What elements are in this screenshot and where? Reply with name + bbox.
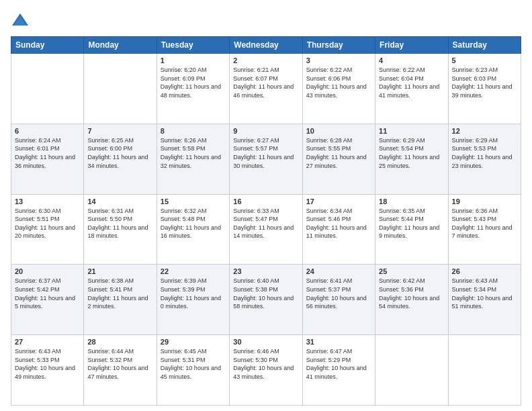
table-cell: 21Sunrise: 6:38 AM Sunset: 5:41 PM Dayli… [84, 265, 157, 335]
header [11, 11, 521, 30]
table-cell: 10Sunrise: 6:28 AM Sunset: 5:55 PM Dayli… [302, 124, 375, 194]
cell-content: Sunrise: 6:44 AM Sunset: 5:32 PM Dayligh… [87, 347, 152, 381]
table-cell: 9Sunrise: 6:27 AM Sunset: 5:57 PM Daylig… [230, 124, 302, 194]
table-cell: 22Sunrise: 6:39 AM Sunset: 5:39 PM Dayli… [157, 265, 229, 335]
table-cell [11, 54, 84, 124]
header-day-thursday: Thursday [302, 37, 375, 54]
cell-content: Sunrise: 6:28 AM Sunset: 5:55 PM Dayligh… [306, 136, 371, 170]
table-cell: 1Sunrise: 6:20 AM Sunset: 6:09 PM Daylig… [157, 54, 229, 124]
day-number: 25 [379, 267, 444, 275]
table-cell: 13Sunrise: 6:30 AM Sunset: 5:51 PM Dayli… [11, 194, 84, 265]
table-cell: 20Sunrise: 6:37 AM Sunset: 5:42 PM Dayli… [11, 265, 84, 335]
cell-content: Sunrise: 6:40 AM Sunset: 5:38 PM Dayligh… [233, 277, 298, 310]
cell-content: Sunrise: 6:23 AM Sunset: 6:03 PM Dayligh… [452, 66, 517, 99]
logo-icon [11, 11, 30, 30]
day-number: 30 [233, 338, 298, 346]
table-cell: 19Sunrise: 6:36 AM Sunset: 5:43 PM Dayli… [448, 194, 521, 265]
table-cell: 25Sunrise: 6:42 AM Sunset: 5:36 PM Dayli… [375, 265, 448, 335]
cell-content: Sunrise: 6:35 AM Sunset: 5:44 PM Dayligh… [379, 207, 444, 240]
day-number: 24 [306, 267, 371, 275]
calendar-header: SundayMondayTuesdayWednesdayThursdayFrid… [11, 37, 521, 54]
cell-content: Sunrise: 6:42 AM Sunset: 5:36 PM Dayligh… [379, 277, 444, 310]
table-cell: 24Sunrise: 6:41 AM Sunset: 5:37 PM Dayli… [302, 265, 375, 335]
day-number: 7 [87, 127, 152, 135]
cell-content: Sunrise: 6:43 AM Sunset: 5:34 PM Dayligh… [452, 277, 517, 310]
cell-content: Sunrise: 6:20 AM Sunset: 6:09 PM Dayligh… [161, 66, 226, 99]
calendar-body: 1Sunrise: 6:20 AM Sunset: 6:09 PM Daylig… [11, 54, 521, 406]
table-cell: 30Sunrise: 6:46 AM Sunset: 5:30 PM Dayli… [230, 335, 302, 406]
days-of-week-row: SundayMondayTuesdayWednesdayThursdayFrid… [11, 37, 521, 54]
table-cell: 15Sunrise: 6:32 AM Sunset: 5:48 PM Dayli… [157, 194, 229, 265]
day-number: 12 [452, 127, 517, 135]
week-row-1: 1Sunrise: 6:20 AM Sunset: 6:09 PM Daylig… [11, 54, 521, 124]
cell-content: Sunrise: 6:29 AM Sunset: 5:54 PM Dayligh… [379, 136, 444, 170]
day-number: 15 [161, 197, 226, 205]
day-number: 22 [161, 267, 226, 275]
table-cell: 4Sunrise: 6:22 AM Sunset: 6:04 PM Daylig… [375, 54, 448, 124]
table-cell: 11Sunrise: 6:29 AM Sunset: 5:54 PM Dayli… [375, 124, 448, 194]
table-cell: 29Sunrise: 6:45 AM Sunset: 5:31 PM Dayli… [157, 335, 229, 406]
cell-content: Sunrise: 6:21 AM Sunset: 6:07 PM Dayligh… [233, 66, 298, 99]
cell-content: Sunrise: 6:30 AM Sunset: 5:51 PM Dayligh… [15, 207, 80, 240]
cell-content: Sunrise: 6:45 AM Sunset: 5:31 PM Dayligh… [161, 347, 226, 381]
cell-content: Sunrise: 6:46 AM Sunset: 5:30 PM Dayligh… [233, 347, 298, 381]
header-day-friday: Friday [375, 37, 448, 54]
day-number: 23 [233, 267, 298, 275]
cell-content: Sunrise: 6:41 AM Sunset: 5:37 PM Dayligh… [306, 277, 371, 310]
day-number: 5 [452, 56, 517, 64]
cell-content: Sunrise: 6:27 AM Sunset: 5:57 PM Dayligh… [233, 136, 298, 170]
day-number: 16 [233, 197, 298, 205]
table-cell: 23Sunrise: 6:40 AM Sunset: 5:38 PM Dayli… [230, 265, 302, 335]
header-day-saturday: Saturday [448, 37, 521, 54]
week-row-2: 6Sunrise: 6:24 AM Sunset: 6:01 PM Daylig… [11, 124, 521, 194]
cell-content: Sunrise: 6:26 AM Sunset: 5:58 PM Dayligh… [161, 136, 226, 170]
cell-content: Sunrise: 6:25 AM Sunset: 6:00 PM Dayligh… [87, 136, 152, 170]
cell-content: Sunrise: 6:43 AM Sunset: 5:33 PM Dayligh… [15, 347, 80, 381]
day-number: 17 [306, 197, 371, 205]
day-number: 27 [15, 338, 80, 346]
day-number: 11 [379, 127, 444, 135]
cell-content: Sunrise: 6:22 AM Sunset: 6:04 PM Dayligh… [379, 66, 444, 99]
header-day-tuesday: Tuesday [157, 37, 229, 54]
cell-content: Sunrise: 6:33 AM Sunset: 5:47 PM Dayligh… [233, 207, 298, 240]
table-cell: 27Sunrise: 6:43 AM Sunset: 5:33 PM Dayli… [11, 335, 84, 406]
day-number: 28 [87, 338, 152, 346]
header-day-wednesday: Wednesday [230, 37, 302, 54]
week-row-5: 27Sunrise: 6:43 AM Sunset: 5:33 PM Dayli… [11, 335, 521, 406]
logo [11, 11, 32, 30]
header-day-monday: Monday [84, 37, 157, 54]
table-cell: 7Sunrise: 6:25 AM Sunset: 6:00 PM Daylig… [84, 124, 157, 194]
cell-content: Sunrise: 6:36 AM Sunset: 5:43 PM Dayligh… [452, 207, 517, 240]
day-number: 9 [233, 127, 298, 135]
day-number: 21 [87, 267, 152, 275]
page: SundayMondayTuesdayWednesdayThursdayFrid… [0, 0, 532, 411]
day-number: 26 [452, 267, 517, 275]
table-cell: 5Sunrise: 6:23 AM Sunset: 6:03 PM Daylig… [448, 54, 521, 124]
day-number: 3 [306, 56, 371, 64]
cell-content: Sunrise: 6:22 AM Sunset: 6:06 PM Dayligh… [306, 66, 371, 99]
cell-content: Sunrise: 6:47 AM Sunset: 5:29 PM Dayligh… [306, 347, 371, 381]
day-number: 8 [161, 127, 226, 135]
calendar-table: SundayMondayTuesdayWednesdayThursdayFrid… [11, 36, 521, 406]
table-cell: 28Sunrise: 6:44 AM Sunset: 5:32 PM Dayli… [84, 335, 157, 406]
day-number: 10 [306, 127, 371, 135]
header-day-sunday: Sunday [11, 37, 84, 54]
table-cell: 2Sunrise: 6:21 AM Sunset: 6:07 PM Daylig… [230, 54, 302, 124]
cell-content: Sunrise: 6:34 AM Sunset: 5:46 PM Dayligh… [306, 207, 371, 240]
cell-content: Sunrise: 6:24 AM Sunset: 6:01 PM Dayligh… [15, 136, 80, 170]
cell-content: Sunrise: 6:39 AM Sunset: 5:39 PM Dayligh… [161, 277, 226, 310]
table-cell [448, 335, 521, 406]
day-number: 13 [15, 197, 80, 205]
table-cell: 16Sunrise: 6:33 AM Sunset: 5:47 PM Dayli… [230, 194, 302, 265]
table-cell: 8Sunrise: 6:26 AM Sunset: 5:58 PM Daylig… [157, 124, 229, 194]
table-cell: 3Sunrise: 6:22 AM Sunset: 6:06 PM Daylig… [302, 54, 375, 124]
table-cell: 26Sunrise: 6:43 AM Sunset: 5:34 PM Dayli… [448, 265, 521, 335]
table-cell: 18Sunrise: 6:35 AM Sunset: 5:44 PM Dayli… [375, 194, 448, 265]
day-number: 29 [161, 338, 226, 346]
table-cell: 12Sunrise: 6:29 AM Sunset: 5:53 PM Dayli… [448, 124, 521, 194]
day-number: 18 [379, 197, 444, 205]
table-cell [375, 335, 448, 406]
day-number: 31 [306, 338, 371, 346]
day-number: 1 [161, 56, 226, 64]
table-cell: 31Sunrise: 6:47 AM Sunset: 5:29 PM Dayli… [302, 335, 375, 406]
